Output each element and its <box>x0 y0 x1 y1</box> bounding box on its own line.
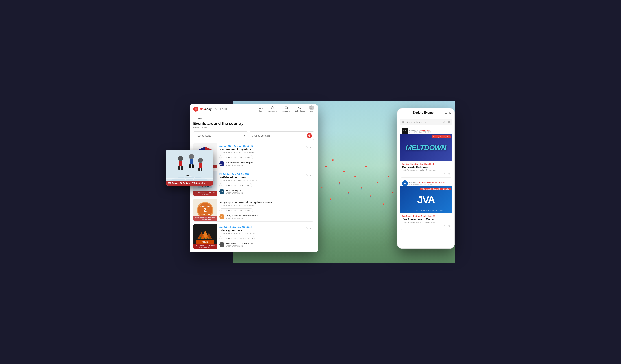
svg-rect-11 <box>199 163 202 168</box>
nav-home[interactable]: Home <box>259 106 263 112</box>
event-date-milehigh: Sat, Oct 29th - Sun, Oct 30th, 2022 <box>219 226 311 228</box>
hosted-name-meltdown: Play Hockey <box>419 129 431 131</box>
hosted-name-jva: Junior Volleyball Association <box>419 181 446 183</box>
svg-text:2: 2 <box>204 206 207 213</box>
phone-name-jva: JVA Showdown in Motown <box>402 218 450 221</box>
svg-rect-3 <box>179 161 182 166</box>
map-icon[interactable]: ⊞ <box>445 111 447 114</box>
svg-text:TCS: TCS <box>221 191 223 192</box>
location-filter[interactable]: Change Location <box>250 132 314 140</box>
sports-filter[interactable]: Filter by sports ▾ <box>193 132 248 140</box>
chat-icon <box>284 106 288 110</box>
back-arrow: ← <box>193 117 196 120</box>
map-pin: 📍 <box>342 171 346 174</box>
svg-text:AAU: AAU <box>220 163 224 165</box>
phone-back-button[interactable]: ‹ <box>400 111 402 115</box>
share-button-aau[interactable]: ⤴ <box>310 145 312 148</box>
svg-text:JVA: JVA <box>403 183 406 184</box>
page-title: Events around the country <box>193 121 314 126</box>
like-button-milehigh[interactable]: ♡ <box>306 226 309 229</box>
map-pin: 📍 <box>369 195 372 198</box>
phone-actions-jva: ⤴ ♡ <box>400 225 452 230</box>
org-type-dedicated: Event Organization <box>226 217 258 219</box>
event-type-aau: Youth/Amatuer Baseball Tournament <box>219 151 311 154</box>
navbar: playeasy SEARCH Home <box>190 104 318 114</box>
event-logo-milehigh: MILE HIGH HARVEST 17850 W 64th Ave, Arva… <box>193 224 217 249</box>
map-pin: 📍 <box>360 187 363 190</box>
event-logo-dedicated: DEDICATED 2 FIND A CURE 650 Plainview Rd… <box>193 199 217 221</box>
phone-search[interactable]: Find events near ... ◎ ✕ <box>400 119 452 125</box>
phone-header-icons: ⊞ ⊟ <box>445 111 452 114</box>
map-pin: 📍 <box>364 166 368 169</box>
like-meltdown[interactable]: ♡ <box>448 173 450 176</box>
svg-line-19 <box>217 109 218 110</box>
hockey-image <box>166 150 213 186</box>
filter-icon[interactable]: ⊟ <box>449 111 452 114</box>
map-pin: 📍 <box>329 198 332 202</box>
mobile-phone: ‹ Explore Events ⊞ ⊟ Find events near ..… <box>397 108 455 249</box>
phone-info-meltdown: Fri, Apr 21st - Sun, Apr 23rd, 2023 Minn… <box>400 161 452 173</box>
close-search-icon[interactable]: ✕ <box>448 120 450 124</box>
org-type-milehigh: Event Organization <box>226 245 253 247</box>
nav-color-theme[interactable]: Color theme <box>295 106 305 112</box>
svg-text:MLT: MLT <box>221 244 223 245</box>
organizer-aau: AAU AAU Baseball New England Event Organ… <box>219 161 311 166</box>
share-button-buffalo[interactable]: ⤴ <box>310 173 312 176</box>
search-bar[interactable]: SEARCH <box>215 108 229 110</box>
map-pin: 📍 <box>382 203 386 206</box>
svg-point-16 <box>186 175 189 176</box>
share-button-milehigh[interactable]: ⤴ <box>310 226 312 229</box>
logo: playeasy <box>193 107 212 112</box>
event-name-dedicated: Joey Lap Long Butt Fight against Cancer <box>219 201 311 204</box>
nav-color-theme-label: Color theme <box>295 110 305 112</box>
hosted-by-meltdown: PLAY HOCKEY Hosted by Play Hockey posted… <box>400 127 452 134</box>
hosted-label-meltdown: Hosted by Play Hockey <box>409 129 431 131</box>
event-info-milehigh: Sat, Oct 29th - Sun, Oct 30th, 2022 Mile… <box>217 224 314 249</box>
event-info-dedicated: Joey Lap Long Butt Fight against Cancer … <box>217 199 314 221</box>
search-icon <box>215 108 218 110</box>
nav-me[interactable]: Me <box>309 105 314 113</box>
map-pin: 📍 <box>391 191 395 195</box>
card-actions-milehigh: ♡ ⤴ <box>306 226 312 229</box>
phone-banner-meltdown: MELTDOWN Minneapolis, MN, USA <box>400 134 452 161</box>
like-button-buffalo[interactable]: ♡ <box>306 173 309 176</box>
hosted-by-jva: JVA Hosted by Junior Volleyball Associat… <box>400 179 452 186</box>
event-reg-aau: Registration starts at $695 / Team <box>219 155 253 159</box>
back-nav[interactable]: ← Home <box>193 117 314 120</box>
share-meltdown[interactable]: ⤴ <box>444 173 445 176</box>
phone-event-jva[interactable]: JVA Hosted by Junior Volleyball Associat… <box>400 179 452 230</box>
like-button-aau[interactable]: ♡ <box>306 145 309 148</box>
filter-row: Filter by sports ▾ Change Location <box>193 132 314 140</box>
svg-text:FIND A CURE: FIND A CURE <box>200 214 210 216</box>
event-date-buffalo: Fri, Feb 3rd - Sun, Feb 5th, 2023 <box>219 173 311 175</box>
phone-search-icon <box>402 121 404 123</box>
sports-filter-label: Filter by sports <box>196 134 211 137</box>
share-jva[interactable]: ⤴ <box>444 225 445 228</box>
event-location-milehigh: 17850 W 64th Ave, Arvada, CO 80403, USA <box>193 244 217 249</box>
svg-line-60 <box>403 122 404 123</box>
nav-messaging[interactable]: Messaging <box>282 106 291 112</box>
phone-event-meltdown[interactable]: PLAY HOCKEY Hosted by Play Hockey posted… <box>400 127 452 178</box>
phone-actions-meltdown: ⤴ ♡ <box>400 173 452 177</box>
moon-icon <box>298 106 302 110</box>
svg-rect-5 <box>181 166 183 170</box>
nav-notifications-label: Notifications <box>268 110 277 112</box>
phone-date-meltdown: Fri, Apr 21st - Sun, Apr 23rd, 2023 <box>402 163 450 165</box>
org-logo-aau: AAU <box>219 161 224 166</box>
organizer-milehigh: MLT My Lacrosse Tournaments Event Organi… <box>219 242 311 247</box>
map-pin: 📍 <box>376 182 379 185</box>
org-type-aau: Event Organization <box>226 164 254 166</box>
organizer-dedicated: LI Long Island Hot Stove Baseball Event … <box>219 214 311 219</box>
phone-title: Explore Events <box>403 111 443 114</box>
playhockey-logo: PLAY HOCKEY <box>402 128 408 134</box>
nav-notifications[interactable]: Notifications <box>268 106 277 112</box>
map-pin: 📍 <box>353 175 357 179</box>
svg-point-24 <box>309 135 310 136</box>
event-card-milehigh[interactable]: MILE HIGH HARVEST 17850 W 64th Ave, Arva… <box>193 224 314 249</box>
phone-type-meltdown: Youth/Amatuer Ice Hockey Tournament <box>402 169 450 171</box>
like-jva[interactable]: ♡ <box>448 225 450 228</box>
event-location-dedicated: 650 Plainview Rd, Plainview, NY 11803, U… <box>193 216 217 221</box>
map-pin: 📍 <box>320 187 324 190</box>
event-card-dedicated[interactable]: DEDICATED 2 FIND A CURE 650 Plainview Rd… <box>193 199 314 222</box>
svg-point-10 <box>198 158 203 163</box>
